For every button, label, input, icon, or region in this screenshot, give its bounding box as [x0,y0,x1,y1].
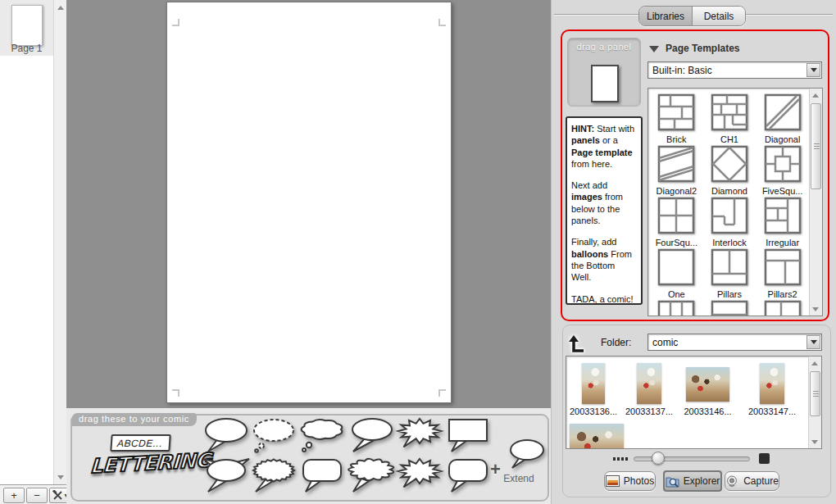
template-item[interactable] [711,300,748,316]
collapse-triangle-icon[interactable] [649,46,659,52]
template-item-diamond[interactable]: Diamond [711,145,748,197]
pages-sidebar: Page 1 [0,0,53,484]
drag-a-panel-label: drag a panel [568,42,640,52]
page-thumbnail[interactable] [11,5,43,46]
slider-handle[interactable] [652,452,665,465]
tab-details[interactable]: Details [693,7,745,25]
template-item-interlock[interactable]: Interlock [711,197,748,248]
folder-up-button[interactable] [566,333,587,354]
pages-toolbar: + − ▾ [0,484,72,504]
template-list: BrickCH1DiagonalDiagonal2DiamondFiveSqu.… [647,88,823,316]
template-item-diagonal[interactable]: Diagonal [764,93,802,145]
photo-thumbnail-20033137[interactable] [637,363,661,404]
oval-speech-balloon[interactable] [202,417,251,456]
burst-balloon-2[interactable] [395,457,444,497]
scrollbar-thumb[interactable] [811,103,821,189]
template-label: Diagonal [764,134,802,144]
drag-a-panel-well: drag a panel [567,38,641,107]
scroll-up-icon[interactable] [55,2,66,13]
template-item-pillars[interactable]: Pillars [711,248,748,300]
template-label: Diagonal2 [657,186,697,196]
template-item-one[interactable]: One [657,248,695,300]
rounded-rect-balloon[interactable] [298,457,347,497]
tab-libraries[interactable]: Libraries [639,7,693,25]
cloud-thought-balloon[interactable] [298,417,347,456]
corner-mark [438,389,446,397]
horned-oval-balloon[interactable] [202,457,251,497]
template-label: Interlock [711,238,748,247]
template-label: Brick [657,134,695,144]
template-item-pillars2[interactable]: Pillars2 [764,248,802,300]
dotted-thought-balloon[interactable] [249,417,298,456]
scroll-up-icon[interactable] [810,89,821,101]
panel-drag-source[interactable] [591,65,619,102]
text-box-item[interactable]: ABCDE... [110,434,170,452]
template-item-foursqu[interactable]: FourSqu... [656,197,697,248]
template-item-brick[interactable]: Brick [657,93,695,145]
corner-mark [438,19,446,26]
remove-page-button[interactable]: − [26,488,48,503]
photo-thumbnail[interactable] [570,424,624,449]
template-label: Diamond [711,186,748,196]
explorer-source-button[interactable]: Explorer [664,471,721,491]
combo-arrow-icon[interactable] [806,335,820,349]
template-item[interactable] [764,300,802,316]
scrollbar-thumb[interactable] [810,371,820,416]
scroll-down-icon[interactable] [55,471,66,483]
scroll-up-icon[interactable] [809,357,820,369]
ragged-cloud-balloon[interactable] [347,457,396,497]
template-grid: BrickCH1DiagonalDiagonal2DiamondFiveSqu.… [650,93,809,316]
zigzag-oval-balloon[interactable] [249,457,298,497]
app-window: Page 1 + − ▾ drag these to your comic AB… [0,0,836,504]
photo-scrollbar[interactable] [808,356,821,448]
combo-arrow-icon[interactable] [806,63,820,77]
template-label: CH1 [711,134,748,144]
folder-select[interactable]: comic [647,334,822,351]
photo-label: 20033137... [618,406,680,416]
oval-speech-balloon-2[interactable] [347,417,396,456]
photos-button-label: Photos [624,475,654,487]
capture-button-label: Capture [743,475,779,487]
page-templates-header: Page Templates [666,43,739,54]
right-panel-tabs: Libraries Details [638,6,746,26]
template-item-fivesqu[interactable]: FiveSqu... [762,145,803,197]
hint-box: HINT: Start with panels or a Page templa… [566,116,643,305]
template-item-diagonal2[interactable]: Diagonal2 [657,145,697,197]
photos-source-button[interactable]: Photos [604,471,656,491]
add-page-button[interactable]: + [3,488,25,503]
corner-mark [172,19,179,26]
burst-balloon[interactable] [395,417,444,456]
template-item-ch1[interactable]: CH1 [711,93,748,145]
explorer-button-label: Explorer [684,475,720,487]
hammer-wrench-icon [52,490,63,501]
thumbnail-size-small-icon[interactable] [613,457,628,461]
template-item-irregular[interactable]: Irregular [764,197,802,248]
scroll-down-icon[interactable] [810,303,821,315]
template-label: Pillars [711,289,748,299]
pages-scrollbar[interactable] [53,0,66,484]
rounded-rect-balloon-2[interactable] [443,457,493,497]
rectangle-speech-balloon[interactable] [443,417,493,456]
comic-page[interactable] [166,2,452,403]
capture-source-button[interactable]: Capture [725,471,779,491]
template-label: Irregular [764,238,802,247]
photo-thumbnail-20033147[interactable] [760,363,784,404]
template-label: One [657,289,695,299]
photo-thumbnail-20033146[interactable] [686,367,729,402]
photo-list: 20033136...20033137...20033146...2003314… [566,356,822,449]
template-label: Pillars2 [764,289,802,299]
folder-up-icon [566,333,587,354]
canvas-area [66,0,551,408]
template-scrollbar[interactable] [809,89,822,316]
scroll-down-icon[interactable] [809,436,820,447]
page-thumbnail-label: Page 1 [0,43,53,54]
template-collection-select[interactable]: Built-in: Basic [647,61,822,79]
photo-label: 20033147... [741,406,803,416]
folder-value: comic [652,337,678,348]
thumbnail-size-large-icon[interactable] [759,453,770,464]
template-item[interactable] [657,300,695,316]
photo-thumbnail-20033136[interactable] [582,363,605,404]
photo-label: 20033136... [566,406,625,416]
well-tab-label: drag these to your comic [72,413,197,426]
extend-balloon-button[interactable] [502,438,547,473]
